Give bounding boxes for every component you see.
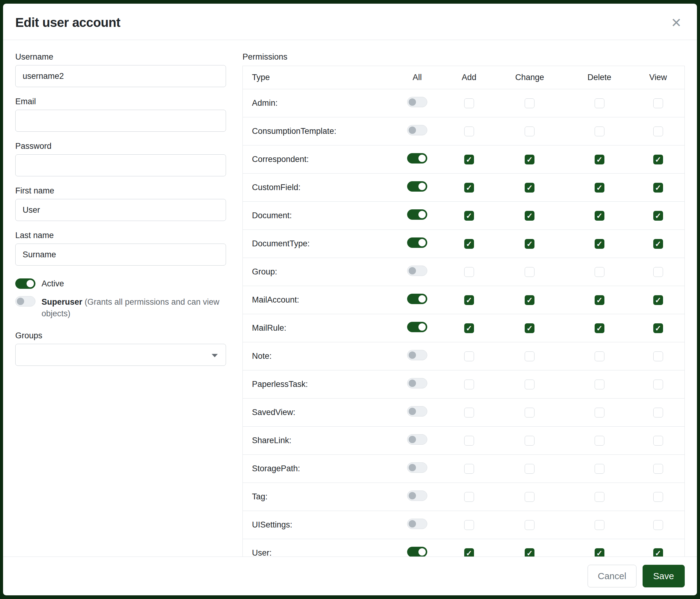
delete-checkbox[interactable] — [595, 211, 604, 221]
password-field[interactable] — [15, 154, 226, 176]
add-checkbox[interactable] — [464, 352, 474, 361]
delete-checkbox[interactable] — [595, 492, 604, 502]
groups-select[interactable] — [15, 344, 226, 366]
add-checkbox[interactable] — [464, 239, 474, 249]
add-checkbox[interactable] — [464, 126, 474, 136]
view-checkbox[interactable] — [653, 267, 663, 277]
close-icon[interactable]: ✕ — [669, 15, 683, 30]
view-checkbox[interactable] — [653, 548, 663, 556]
add-checkbox[interactable] — [464, 295, 474, 305]
view-checkbox[interactable] — [653, 239, 663, 249]
delete-checkbox[interactable] — [595, 267, 604, 277]
add-checkbox[interactable] — [464, 464, 474, 474]
all-toggle[interactable] — [407, 153, 427, 164]
delete-checkbox[interactable] — [595, 380, 604, 389]
all-toggle[interactable] — [407, 378, 427, 388]
view-checkbox[interactable] — [653, 380, 663, 389]
cancel-button[interactable]: Cancel — [588, 565, 636, 588]
superuser-toggle[interactable] — [15, 296, 35, 307]
save-button[interactable]: Save — [643, 565, 685, 588]
toggle-knob — [418, 239, 426, 246]
add-checkbox[interactable] — [464, 324, 474, 333]
add-checkbox[interactable] — [464, 98, 474, 108]
delete-checkbox[interactable] — [595, 352, 604, 361]
all-toggle[interactable] — [407, 434, 427, 445]
change-checkbox[interactable] — [525, 267, 534, 277]
add-checkbox[interactable] — [464, 380, 474, 389]
active-label: Active — [42, 278, 64, 289]
view-checkbox[interactable] — [653, 436, 663, 446]
view-checkbox[interactable] — [653, 154, 663, 164]
change-checkbox[interactable] — [525, 436, 534, 446]
delete-checkbox[interactable] — [595, 154, 604, 164]
permission-row: PaperlessTask: — [243, 370, 685, 399]
view-checkbox[interactable] — [653, 464, 663, 474]
delete-checkbox[interactable] — [595, 324, 604, 333]
all-toggle[interactable] — [407, 519, 427, 529]
delete-checkbox[interactable] — [595, 183, 604, 193]
change-checkbox[interactable] — [525, 380, 534, 389]
view-checkbox[interactable] — [653, 126, 663, 136]
change-checkbox[interactable] — [525, 154, 534, 164]
delete-checkbox[interactable] — [595, 98, 604, 108]
change-checkbox[interactable] — [525, 98, 534, 108]
add-checkbox[interactable] — [464, 408, 474, 417]
view-checkbox[interactable] — [653, 98, 663, 108]
view-checkbox[interactable] — [653, 492, 663, 502]
all-toggle[interactable] — [407, 97, 427, 107]
delete-checkbox[interactable] — [595, 295, 604, 305]
view-checkbox[interactable] — [653, 408, 663, 417]
view-checkbox[interactable] — [653, 211, 663, 221]
view-checkbox[interactable] — [653, 295, 663, 305]
change-checkbox[interactable] — [525, 492, 534, 502]
change-checkbox[interactable] — [525, 183, 534, 193]
add-checkbox[interactable] — [464, 436, 474, 446]
change-checkbox[interactable] — [525, 324, 534, 333]
view-checkbox[interactable] — [653, 324, 663, 333]
change-checkbox[interactable] — [525, 126, 534, 136]
change-checkbox[interactable] — [525, 211, 534, 221]
view-checkbox[interactable] — [653, 520, 663, 530]
last-name-field[interactable] — [15, 244, 226, 266]
view-checkbox[interactable] — [653, 352, 663, 361]
all-toggle[interactable] — [407, 406, 427, 416]
change-checkbox[interactable] — [525, 548, 534, 556]
all-toggle[interactable] — [407, 125, 427, 136]
all-toggle[interactable] — [407, 322, 427, 332]
add-checkbox[interactable] — [464, 211, 474, 221]
add-checkbox[interactable] — [464, 548, 474, 556]
all-toggle[interactable] — [407, 490, 427, 501]
change-checkbox[interactable] — [525, 295, 534, 305]
delete-checkbox[interactable] — [595, 520, 604, 530]
add-checkbox[interactable] — [464, 183, 474, 193]
email-field[interactable] — [15, 110, 226, 132]
all-toggle[interactable] — [407, 181, 427, 192]
username-input[interactable] — [15, 65, 226, 87]
add-checkbox[interactable] — [464, 492, 474, 502]
delete-checkbox[interactable] — [595, 464, 604, 474]
all-toggle[interactable] — [407, 294, 427, 304]
change-checkbox[interactable] — [525, 352, 534, 361]
add-checkbox[interactable] — [464, 267, 474, 277]
all-toggle[interactable] — [407, 266, 427, 276]
change-checkbox[interactable] — [525, 520, 534, 530]
all-toggle[interactable] — [407, 547, 427, 556]
delete-checkbox[interactable] — [595, 436, 604, 446]
all-toggle[interactable] — [407, 237, 427, 248]
all-toggle[interactable] — [407, 350, 427, 360]
first-name-field[interactable] — [15, 199, 226, 221]
delete-checkbox[interactable] — [595, 408, 604, 417]
add-checkbox[interactable] — [464, 154, 474, 164]
delete-checkbox[interactable] — [595, 126, 604, 136]
change-checkbox[interactable] — [525, 239, 534, 249]
change-checkbox[interactable] — [525, 464, 534, 474]
delete-checkbox[interactable] — [595, 548, 604, 556]
add-checkbox[interactable] — [464, 520, 474, 530]
user-form: Username Email Password First name Last … — [15, 52, 226, 550]
change-checkbox[interactable] — [525, 408, 534, 417]
all-toggle[interactable] — [407, 462, 427, 473]
delete-checkbox[interactable] — [595, 239, 604, 249]
all-toggle[interactable] — [407, 209, 427, 220]
view-checkbox[interactable] — [653, 183, 663, 193]
active-toggle[interactable] — [15, 279, 35, 289]
